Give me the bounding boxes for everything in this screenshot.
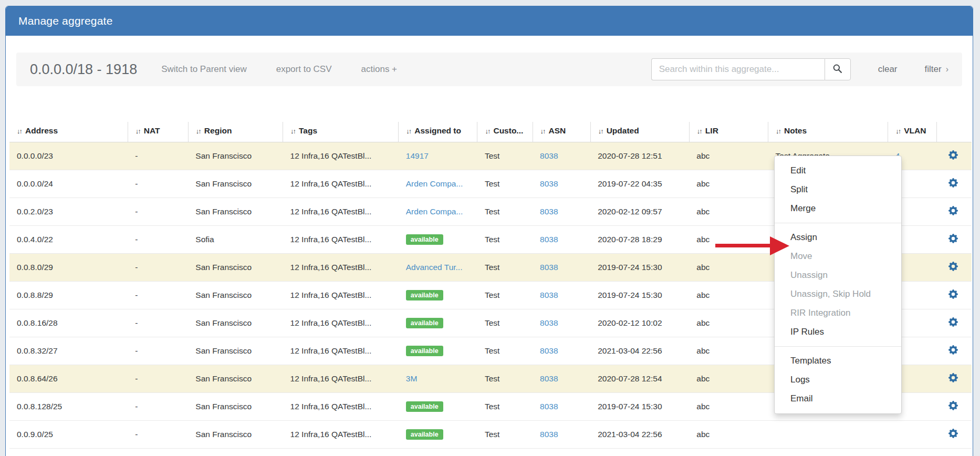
updated-cell: 2019-07-24 15:30 (590, 282, 689, 309)
menu-item-unassign: Unassign (775, 266, 901, 285)
customer-cell: Test (477, 198, 533, 226)
col-header-tags[interactable]: ↓↑Tags (283, 122, 399, 142)
clear-link[interactable]: clear (878, 64, 898, 75)
menu-item-email[interactable]: Email (775, 389, 901, 408)
row-actions-cell[interactable] (937, 226, 972, 254)
asn-link[interactable]: 8038 (540, 318, 558, 327)
row-actions-cell[interactable] (937, 421, 972, 449)
updated-cell: 2020-07-28 18:29 (590, 226, 689, 254)
assigned-to-link[interactable]: 14917 (406, 151, 429, 160)
address-cell: 0.0.9.0/25 (9, 421, 128, 449)
sort-arrows-icon: ↓↑ (776, 127, 780, 135)
tags-cell: 12 Infra,16 QATestBl... (283, 226, 399, 254)
menu-item-split[interactable]: Split (775, 180, 901, 199)
customer-cell: Test (477, 142, 533, 170)
menu-item-assign[interactable]: Assign (775, 228, 901, 247)
asn-link[interactable]: 8038 (540, 207, 558, 216)
filter-link[interactable]: filter› (925, 64, 948, 75)
assigned-to-link[interactable]: Arden Compa... (406, 207, 463, 216)
row-actions-cell[interactable] (937, 282, 972, 309)
asn-link[interactable]: 8038 (540, 263, 558, 272)
gear-icon[interactable] (948, 236, 958, 245)
red-arrow-annotation (715, 244, 771, 247)
actions-menu-link[interactable]: actions + (361, 64, 398, 75)
col-header-actions (937, 122, 972, 142)
assigned-to-cell: available (399, 282, 477, 309)
menu-item-move: Move (775, 247, 901, 266)
assigned-to-cell: available (399, 421, 477, 449)
row-actions-cell[interactable] (937, 393, 972, 421)
col-header-vlan[interactable]: ↓↑VLAN (888, 122, 937, 142)
menu-item-logs[interactable]: Logs (775, 370, 901, 389)
assigned-to-link[interactable]: 3M (406, 374, 418, 383)
asn-cell: 8038 (533, 337, 590, 365)
row-actions-cell[interactable] (937, 337, 972, 365)
row-actions-cell[interactable] (937, 198, 972, 226)
asn-link[interactable]: 8038 (540, 346, 558, 355)
asn-link[interactable]: 8038 (540, 291, 558, 299)
col-header-notes[interactable]: ↓↑Notes (768, 122, 888, 142)
tags-cell: 12 Infra,16 QATestBl... (283, 170, 399, 198)
assigned-to-cell: available (399, 393, 477, 421)
menu-item-templates[interactable]: Templates (775, 351, 901, 370)
gear-icon[interactable] (948, 319, 958, 328)
menu-item-ip-rules[interactable]: IP Rules (775, 323, 901, 341)
col-header-assigned-to[interactable]: ↓↑Assigned to (399, 122, 477, 142)
gear-icon[interactable] (948, 264, 958, 273)
tags-cell: 12 Infra,16 QATestBl... (283, 142, 399, 170)
tags-cell: 12 Infra,16 QATestBl... (283, 337, 399, 365)
row-actions-cell[interactable] (937, 309, 972, 337)
asn-link[interactable]: 8038 (540, 151, 558, 160)
assigned-to-link[interactable]: Advanced Tur... (406, 263, 463, 272)
customer-cell: Test (477, 254, 533, 282)
menu-item-merge[interactable]: Merge (775, 199, 901, 218)
toolbar: 0.0.0.0/18 - 1918 Switch to Parent view … (16, 53, 962, 86)
gear-icon[interactable] (948, 431, 958, 440)
lir-cell: abc (689, 170, 768, 198)
tags-cell: 12 Infra,16 QATestBl... (283, 309, 399, 337)
asn-link[interactable]: 8038 (540, 430, 558, 439)
gear-icon[interactable] (948, 208, 958, 217)
switch-parent-view-link[interactable]: Switch to Parent view (161, 64, 247, 75)
col-header-region[interactable]: ↓↑Region (188, 122, 283, 142)
asn-link[interactable]: 8038 (540, 235, 558, 244)
assigned-to-cell: available (399, 226, 477, 254)
region-cell: San Franscisco (188, 254, 283, 282)
row-actions-cell[interactable] (937, 254, 972, 282)
region-cell: San Franscisco (188, 170, 283, 198)
export-csv-link[interactable]: export to CSV (276, 64, 332, 75)
region-cell: San Franscisco (188, 337, 283, 365)
customer-cell: Test (477, 365, 533, 393)
asn-link[interactable]: 8038 (540, 374, 558, 383)
col-header-updated[interactable]: ↓↑Updated (590, 122, 689, 142)
assigned-to-link[interactable]: Arden Compa... (406, 179, 463, 188)
table-row: 0.0.9.128/25-San Franscisco12 Infra,16 Q… (9, 449, 972, 456)
row-actions-cell[interactable] (937, 170, 972, 198)
row-actions-cell[interactable] (937, 365, 972, 393)
gear-icon[interactable] (948, 152, 958, 161)
gear-icon[interactable] (948, 375, 958, 384)
search-input[interactable] (651, 58, 825, 80)
col-header-asn[interactable]: ↓↑ASN (533, 122, 590, 142)
tags-cell: 12 Infra,16 QATestBl... (283, 449, 399, 456)
row-actions-cell[interactable] (937, 142, 972, 170)
updated-cell: 2020-07-28 12:51 (590, 142, 689, 170)
gear-icon[interactable] (948, 347, 958, 356)
search-button[interactable] (825, 58, 851, 80)
col-header-custo[interactable]: ↓↑Custo... (477, 122, 533, 142)
gear-icon[interactable] (948, 403, 958, 412)
row-actions-cell[interactable] (937, 449, 972, 456)
asn-link[interactable]: 8038 (540, 179, 558, 188)
assigned-to-cell: available (399, 449, 477, 456)
address-cell: 0.0.8.8/29 (9, 282, 128, 309)
col-header-nat[interactable]: ↓↑NAT (128, 122, 188, 142)
sort-arrows-icon: ↓↑ (895, 127, 900, 135)
tags-cell: 12 Infra,16 QATestBl... (283, 365, 399, 393)
gear-icon[interactable] (948, 292, 958, 300)
menu-item-edit[interactable]: Edit (775, 161, 901, 180)
asn-link[interactable]: 8038 (540, 402, 558, 411)
col-header-address[interactable]: ↓↑Address (9, 122, 128, 142)
gear-icon[interactable] (948, 180, 958, 189)
tags-cell: 12 Infra,16 QATestBl... (283, 282, 399, 309)
col-header-lir[interactable]: ↓↑LIR (689, 122, 768, 142)
